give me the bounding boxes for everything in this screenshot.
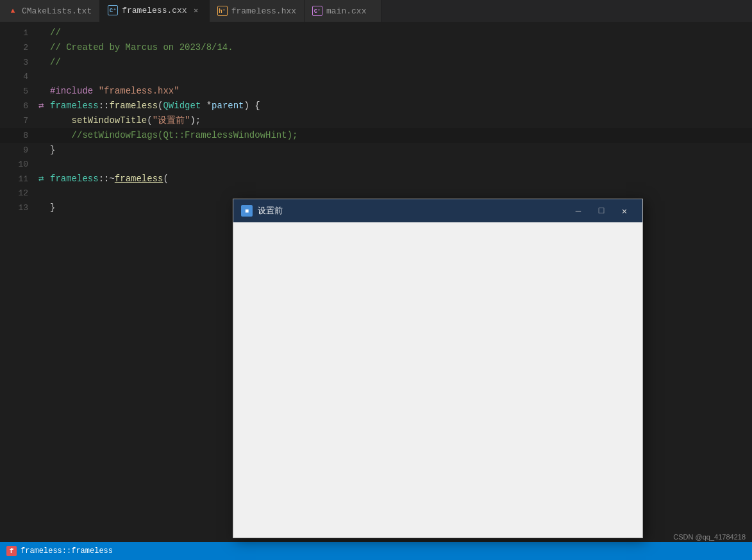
line-num-2: 2	[0, 41, 38, 55]
line-content-9: }	[50, 143, 55, 157]
line-num-6: 6	[0, 99, 38, 113]
line-num-5: 5	[0, 85, 38, 99]
code-line-3: 3 //	[0, 55, 752, 70]
status-f-icon: f	[6, 546, 17, 556]
popup-app-icon: ■	[241, 205, 253, 217]
tab-frameless-cxx[interactable]: C⁺ frameless.cxx ✕	[100, 0, 209, 22]
code-line-10: 10	[0, 158, 752, 172]
code-line-4: 4	[0, 70, 752, 84]
line-num-12: 12	[0, 186, 38, 201]
code-line-9: 9 }	[0, 143, 752, 158]
line-content-3: //	[50, 55, 61, 69]
line-content-11: frameless::~frameless(	[50, 172, 169, 186]
tab-main-cxx[interactable]: C⁺ main.cxx	[305, 0, 381, 22]
popup-maximize-button[interactable]: □	[591, 203, 612, 218]
line-num-7: 7	[0, 114, 38, 128]
popup-window: ■ 设置前 — □ ✕	[233, 199, 643, 538]
line-num-13: 13	[0, 201, 38, 215]
code-line-8: 8 //setWindowFlags(Qt::FramelessWindowHi…	[0, 128, 752, 143]
line-content-8: //setWindowFlags(Qt::FramelessWindowHint…	[50, 128, 297, 142]
gutter-6: ⇄	[38, 99, 50, 113]
gutter-icon-6: ⇄	[38, 99, 44, 113]
line-content-7: setWindowTitle("设置前");	[50, 113, 201, 128]
popup-controls: — □ ✕	[568, 203, 635, 218]
popup-minimize-button[interactable]: —	[568, 203, 589, 218]
line-content-13: }	[50, 201, 55, 215]
tab-frameless-hxx[interactable]: h⁺ frameless.hxx	[210, 0, 305, 22]
popup-close-button[interactable]: ✕	[614, 203, 635, 218]
cpp-icon: C⁺	[108, 5, 118, 15]
popup-title: 设置前	[258, 205, 563, 217]
tab-bar: ▲ CMakeLists.txt C⁺ frameless.cxx ✕ h⁺ f…	[0, 0, 752, 22]
code-line-5: 5 #include "frameless.hxx"	[0, 84, 752, 99]
line-content-5: #include "frameless.hxx"	[50, 84, 180, 98]
status-left: f frameless::frameless	[6, 546, 113, 556]
line-num-4: 4	[0, 70, 38, 84]
line-num-9: 9	[0, 144, 38, 158]
popup-icon-symbol: ■	[245, 208, 249, 215]
code-line-1: 1 //	[0, 26, 752, 40]
hpp-icon: h⁺	[217, 6, 228, 16]
line-num-1: 1	[0, 26, 38, 40]
status-bar: f frameless::frameless	[0, 542, 752, 560]
line-num-10: 10	[0, 158, 38, 172]
tab-frameless-cxx-label: frameless.cxx	[122, 6, 187, 15]
popup-content	[233, 222, 642, 538]
code-line-7: 7 setWindowTitle("设置前");	[0, 113, 752, 128]
gutter-icon-11: ⇄	[38, 172, 44, 186]
line-num-3: 3	[0, 56, 38, 70]
tab-frameless-cxx-close[interactable]: ✕	[191, 5, 201, 15]
popup-titlebar: ■ 设置前 — □ ✕	[233, 199, 642, 222]
line-num-8: 8	[0, 129, 38, 143]
tab-main-cxx-label: main.cxx	[326, 6, 366, 16]
code-line-6: 6 ⇄ frameless::frameless(QWidget *parent…	[0, 99, 752, 113]
line-content-2: // Created by Marcus on 2023/8/14.	[50, 40, 233, 54]
line-content-1: //	[50, 26, 61, 40]
line-num-11: 11	[0, 172, 38, 186]
gutter-11: ⇄	[38, 172, 50, 186]
tab-frameless-hxx-label: frameless.hxx	[231, 6, 296, 16]
line-content-6: frameless::frameless(QWidget *parent) {	[50, 99, 260, 113]
cmake-icon: ▲	[8, 6, 18, 16]
cpp2-icon: C⁺	[312, 6, 322, 16]
code-line-11: 11 ⇄ frameless::~frameless(	[0, 172, 752, 186]
tab-cmake[interactable]: ▲ CMakeLists.txt	[0, 0, 100, 22]
status-text: frameless::frameless	[21, 547, 113, 556]
code-line-2: 2 // Created by Marcus on 2023/8/14.	[0, 40, 752, 55]
tab-cmake-label: CMakeLists.txt	[22, 6, 92, 16]
watermark: CSDN @qq_41784218	[673, 533, 746, 541]
